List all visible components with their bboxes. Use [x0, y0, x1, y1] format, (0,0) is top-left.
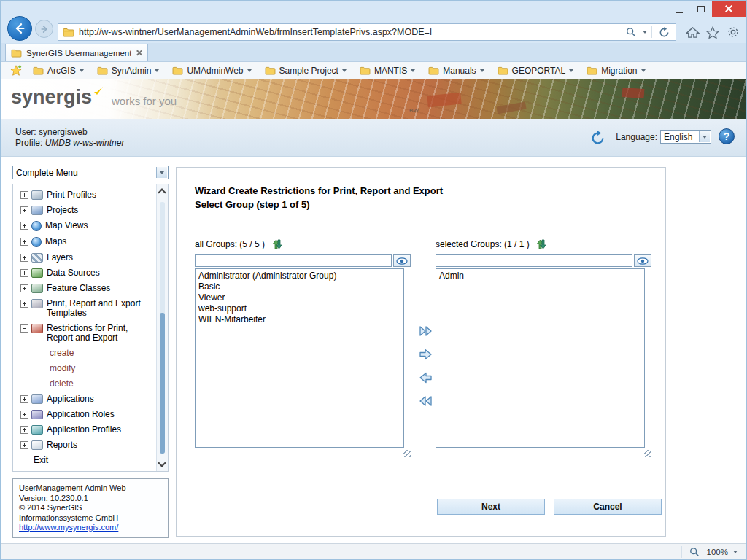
selected-groups-sort-button[interactable] [535, 238, 549, 250]
favorite-sample-project[interactable]: Sample Project [259, 63, 352, 79]
language-refresh-button[interactable] [589, 129, 606, 147]
group-option[interactable]: Viewer [196, 292, 403, 303]
move-right-button[interactable] [416, 346, 435, 363]
address-bar[interactable]: http://w-ws-wintner/UserManagementAdminW… [58, 23, 676, 41]
add-favorite-button[interactable] [7, 63, 26, 79]
move-all-left-button[interactable] [416, 392, 435, 410]
resize-handle[interactable] [403, 450, 411, 457]
sidebar-item-map-views[interactable]: Map Views [13, 218, 155, 234]
sidebar-item-application-roles[interactable]: Application Roles [13, 407, 155, 422]
sidebar-item-print-report-export-templates[interactable]: Print, Report and Export Templates [13, 296, 155, 321]
favorites-button[interactable] [705, 25, 720, 39]
sidebar-item-print-profiles[interactable]: Print Profiles [13, 187, 155, 203]
browser-tab[interactable]: SynerGIS Usermanagement ... [5, 44, 148, 61]
expand-icon[interactable] [20, 269, 28, 277]
group-option[interactable]: WIEN-Mitarbeiter [196, 314, 403, 325]
sidebar-item-reports[interactable]: Reports [13, 438, 155, 453]
all-groups-listbox[interactable]: Administrator (Administrator Group) Basi… [195, 268, 404, 448]
expand-icon[interactable] [20, 238, 28, 246]
expand-icon[interactable] [20, 284, 28, 292]
back-button[interactable] [7, 16, 32, 41]
all-groups-filter-input[interactable] [195, 254, 392, 267]
url-text[interactable]: http://w-ws-wintner/UserManagementAdminW… [79, 27, 619, 37]
minimize-button[interactable] [668, 1, 690, 17]
address-dropdown-caret[interactable] [643, 31, 647, 34]
menu-select[interactable]: Complete Menu [12, 166, 169, 179]
sidebar-item-exit[interactable]: Exit [13, 453, 155, 468]
forward-button[interactable] [35, 20, 53, 38]
all-groups-panel: all Groups: (5 / 5 ) Administrator (Admi… [195, 238, 404, 457]
group-option[interactable]: web-support [196, 303, 403, 314]
scrollbar-track[interactable] [160, 202, 165, 454]
tree-scrollbar[interactable] [156, 184, 168, 471]
title-bar[interactable] [1, 1, 746, 21]
close-button[interactable] [712, 1, 746, 17]
double-arrow-left-icon [418, 395, 433, 407]
cancel-button[interactable]: Cancel [554, 499, 662, 515]
favorite-synadmin[interactable]: SynAdmin [91, 63, 166, 79]
expand-icon[interactable] [20, 191, 28, 199]
favorite-mantis[interactable]: MANTIS [354, 63, 421, 79]
footer-link[interactable]: http://www.mysynergis.com/ [19, 523, 118, 532]
selected-groups-listbox[interactable]: Admin [436, 268, 645, 448]
expand-icon[interactable] [20, 395, 28, 403]
banner-map-label: BW [409, 107, 419, 114]
move-left-button[interactable] [416, 369, 435, 386]
footer-app-name: UserManagement Admin Web [19, 483, 162, 494]
tab-close-icon[interactable] [136, 50, 142, 56]
zoom-level[interactable]: 100% [707, 548, 728, 556]
expand-icon[interactable] [20, 411, 28, 419]
favorite-arcgis[interactable]: ArcGIS [27, 63, 90, 79]
group-option[interactable]: Administrator (Administrator Group) [196, 271, 403, 281]
scrollbar-thumb[interactable] [160, 313, 165, 454]
up-down-arrows-icon [272, 239, 283, 249]
help-button[interactable]: ? [719, 128, 735, 144]
language-select[interactable]: English [660, 130, 711, 144]
favorite-label: SynAdmin [112, 66, 152, 76]
selected-groups-filter-input[interactable] [436, 254, 632, 267]
resize-handle[interactable] [644, 450, 651, 457]
expand-icon[interactable] [20, 222, 28, 230]
maximize-button[interactable] [690, 1, 712, 17]
zoom-button[interactable] [687, 545, 702, 559]
sidebar-item-maps[interactable]: Maps [13, 234, 155, 250]
favorite-geoportal[interactable]: GEOPORTAL [492, 63, 580, 79]
collapse-icon[interactable] [20, 324, 28, 332]
all-groups-sort-button[interactable] [271, 238, 284, 250]
scroll-down-icon[interactable] [158, 459, 166, 467]
close-icon [724, 4, 733, 13]
home-button[interactable] [685, 25, 700, 39]
move-all-right-button[interactable] [416, 322, 435, 340]
sidebar-item-application-profiles[interactable]: Application Profiles [13, 422, 155, 438]
selected-groups-filter-button[interactable] [634, 254, 651, 267]
favorite-manuals[interactable]: Manuals [422, 63, 489, 79]
refresh-button[interactable] [657, 25, 671, 39]
favorite-umadminweb[interactable]: UMAdminWeb [166, 63, 257, 79]
sidebar-item-feature-classes[interactable]: Feature Classes [13, 281, 155, 296]
expand-icon[interactable] [20, 254, 28, 262]
search-button[interactable] [624, 25, 638, 39]
group-option[interactable]: Admin [436, 271, 644, 281]
minimize-icon [676, 12, 683, 13]
gear-icon [727, 26, 740, 39]
next-button[interactable]: Next [437, 499, 545, 515]
sidebar-item-restrictions[interactable]: Restrictions for Print, Report and Expor… [13, 321, 155, 346]
sidebar-item-modify[interactable]: modify [13, 361, 155, 376]
sidebar-item-create[interactable]: create [13, 346, 155, 361]
group-option[interactable]: Basic [196, 281, 403, 292]
sidebar-item-applications[interactable]: Applications [13, 392, 155, 407]
sidebar-item-delete[interactable]: delete [13, 376, 155, 392]
favorite-label: UMAdminWeb [187, 66, 243, 76]
all-groups-filter-button[interactable] [393, 254, 411, 267]
zoom-dropdown-caret[interactable] [733, 551, 738, 553]
sidebar-item-projects[interactable]: Projects [13, 203, 155, 218]
sidebar-item-layers[interactable]: Layers [13, 250, 155, 265]
sidebar-item-data-sources[interactable]: Data Sources [13, 265, 155, 281]
favorite-migration[interactable]: Migration [581, 63, 651, 79]
expand-icon[interactable] [20, 441, 28, 449]
expand-icon[interactable] [20, 426, 28, 434]
expand-icon[interactable] [20, 300, 28, 308]
settings-button[interactable] [726, 25, 740, 39]
expand-icon[interactable] [20, 206, 28, 214]
scroll-up-icon[interactable] [158, 188, 166, 196]
